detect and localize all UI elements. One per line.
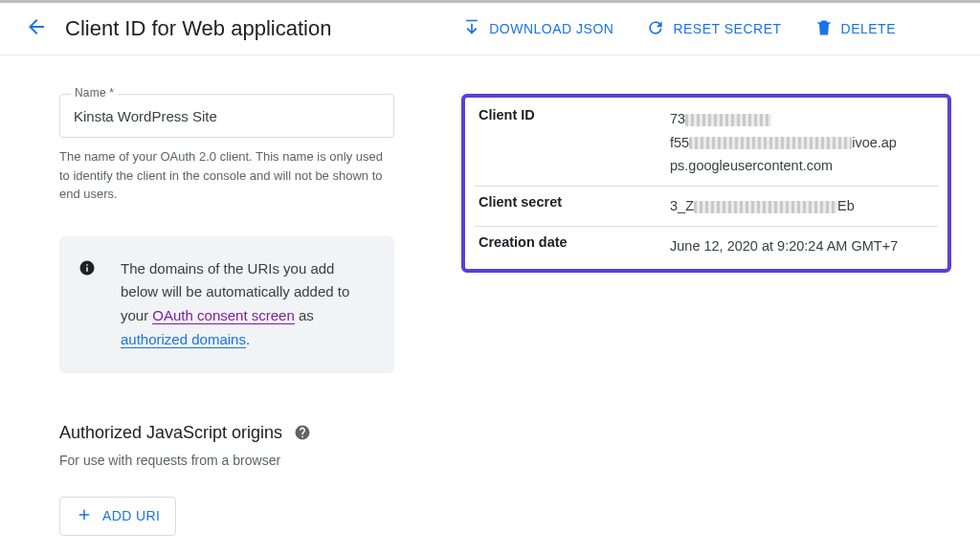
download-json-label: DOWNLOAD JSON xyxy=(489,21,613,36)
name-field: Name * xyxy=(59,94,394,138)
right-column: Client ID 73 f55ivoe.ap ps.googleusercon… xyxy=(461,94,951,536)
notice-text-post: . xyxy=(246,331,250,347)
page-title: Client ID for Web application xyxy=(65,16,331,41)
toolbar-actions: DOWNLOAD JSON RESET SECRET DELETE xyxy=(462,18,963,40)
js-origins-title: Authorized JavaScript origins xyxy=(59,423,282,443)
oauth-domains-notice: The domains of the URIs you add below wi… xyxy=(59,236,394,373)
client-id-l2-pre: f55 xyxy=(670,135,689,150)
download-icon xyxy=(462,18,481,40)
client-id-l1-pre: 73 xyxy=(670,111,685,126)
add-uri-button[interactable]: ADD URI xyxy=(59,497,176,536)
client-secret-label: Client secret xyxy=(479,194,670,218)
js-origins-section: Authorized JavaScript origins For use wi… xyxy=(59,423,394,468)
download-json-button[interactable]: DOWNLOAD JSON xyxy=(462,18,613,40)
trash-icon xyxy=(814,18,834,40)
creation-date-row: Creation date June 12, 2020 at 9:20:24 A… xyxy=(475,227,938,266)
client-secret-row: Client secret 3_ZEb xyxy=(475,187,938,227)
back-button[interactable] xyxy=(17,10,56,48)
oauth-consent-link[interactable]: OAuth consent screen xyxy=(152,307,294,324)
redacted-block xyxy=(685,114,771,126)
redacted-block xyxy=(694,201,837,213)
arrow-left-icon xyxy=(25,15,48,42)
add-uri-label: ADD URI xyxy=(102,508,160,523)
topbar: Client ID for Web application DOWNLOAD J… xyxy=(0,0,980,55)
redacted-block xyxy=(689,137,852,149)
client-secret-value: 3_ZEb xyxy=(670,194,934,218)
delete-button[interactable]: DELETE xyxy=(814,18,896,40)
reset-secret-button[interactable]: RESET SECRET xyxy=(646,18,781,40)
client-secret-post: Eb xyxy=(837,198,855,213)
creation-date-value: June 12, 2020 at 9:20:24 AM GMT+7 xyxy=(670,234,934,258)
client-id-l2-post: ivoe.ap xyxy=(852,135,897,150)
client-id-value: 73 f55ivoe.ap ps.googleusercontent.com xyxy=(670,107,934,178)
notice-text: The domains of the URIs you add below wi… xyxy=(121,257,373,352)
refresh-icon xyxy=(646,18,665,40)
client-secret-pre: 3_Z xyxy=(670,198,694,213)
credentials-panel: Client ID 73 f55ivoe.ap ps.googleusercon… xyxy=(461,94,951,273)
plus-icon xyxy=(76,506,93,526)
client-id-label: Client ID xyxy=(479,107,670,178)
left-column: Name * The name of your OAuth 2.0 client… xyxy=(59,94,394,536)
client-id-l3: ps.googleusercontent.com xyxy=(670,158,833,173)
creation-date-label: Creation date xyxy=(479,234,670,258)
name-input[interactable] xyxy=(59,94,394,138)
name-help-text: The name of your OAuth 2.0 client. This … xyxy=(59,147,394,204)
name-field-label: Name * xyxy=(71,86,118,100)
js-origins-sub: For use with requests from a browser xyxy=(59,453,394,468)
reset-secret-label: RESET SECRET xyxy=(673,21,781,36)
notice-text-mid: as xyxy=(295,307,314,323)
authorized-domains-link[interactable]: authorized domains xyxy=(121,331,246,348)
delete-label: DELETE xyxy=(841,21,896,36)
help-icon[interactable] xyxy=(294,424,311,441)
client-id-row: Client ID 73 f55ivoe.ap ps.googleusercon… xyxy=(475,100,938,187)
content-body: Name * The name of your OAuth 2.0 client… xyxy=(0,55,980,536)
info-icon xyxy=(78,259,96,277)
